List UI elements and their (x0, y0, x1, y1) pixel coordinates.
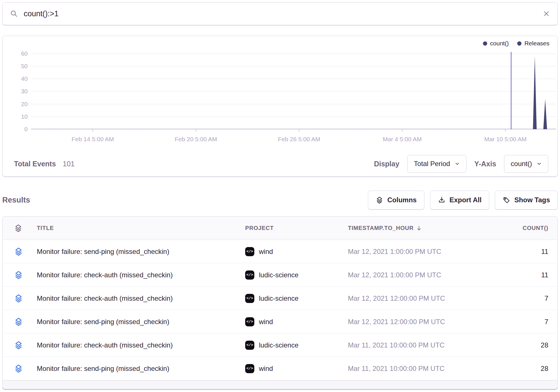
y-axis-tick-label: 0 (24, 126, 28, 132)
events-over-time-chart[interactable]: 0102030405060Feb 14 5:00 AMFeb 20 5:00 A… (12, 40, 557, 144)
project-cell[interactable]: </> wind (245, 247, 348, 256)
search-input[interactable] (23, 5, 537, 22)
event-title[interactable]: Monitor failure: send-ping (missed_check… (37, 248, 245, 256)
tag-icon (503, 196, 510, 204)
y-axis-tick-label: 40 (21, 75, 28, 82)
timestamp-cell[interactable]: Mar 12, 2021 1:00:00 PM UTC (348, 271, 519, 279)
timestamp-cell[interactable]: Mar 12, 2021 12:00:00 PM UTC (348, 318, 519, 326)
timestamp-cell[interactable]: Mar 12, 2021 1:00:00 PM UTC (348, 248, 519, 256)
stack-icon[interactable] (14, 224, 23, 233)
platform-icon: </> (245, 270, 254, 280)
count-cell[interactable]: 11 (519, 271, 548, 279)
y-axis-dropdown[interactable]: count() (504, 155, 548, 173)
project-name: wind (259, 365, 273, 373)
table-row[interactable]: Monitor failure: check-auth (missed_chec… (3, 263, 557, 287)
x-axis-tick-label: Mar 4 5:00 AM (383, 136, 422, 142)
project-name: wind (259, 318, 273, 326)
y-axis-tick-label: 30 (21, 88, 28, 94)
display-dropdown[interactable]: Total Period (407, 155, 466, 173)
search-icon (10, 10, 18, 18)
column-header-timestamp[interactable]: TIMESTAMP.TO_HOUR (348, 225, 519, 231)
results-title: Results (2, 196, 30, 205)
export-all-button[interactable]: Export All (430, 191, 489, 209)
column-header-title[interactable]: TITLE (37, 225, 245, 231)
event-title[interactable]: Monitor failure: send-ping (missed_check… (37, 318, 245, 326)
project-name: ludic-science (259, 271, 299, 279)
event-title[interactable]: Monitor failure: check-auth (missed_chec… (37, 294, 245, 302)
platform-icon: </> (245, 317, 254, 326)
timestamp-cell[interactable]: Mar 11, 2021 10:00:00 PM UTC (348, 341, 519, 349)
columns-button-label: Columns (387, 196, 417, 204)
project-cell[interactable]: </> ludic-science (245, 270, 348, 280)
count-cell[interactable]: 11 (519, 248, 548, 256)
x-axis-tick-label: Feb 20 5:00 AM (175, 136, 217, 142)
chevron-down-icon (537, 161, 542, 166)
timestamp-cell[interactable]: Mar 11, 2021 10:00:00 PM UTC (348, 365, 519, 373)
search-bar (2, 2, 558, 25)
table-row[interactable]: Monitor failure: send-ping (missed_check… (3, 357, 557, 380)
column-header-count[interactable]: COUNT() (519, 225, 548, 231)
show-tags-button-label: Show Tags (514, 196, 550, 204)
event-stack-icon (14, 317, 23, 326)
project-name: ludic-science (259, 294, 299, 302)
y-axis-dropdown-value: count() (511, 160, 532, 168)
results-table: TITLE PROJECT TIMESTAMP.TO_HOUR COUNT() … (2, 216, 558, 389)
platform-icon: </> (245, 294, 254, 303)
display-dropdown-value: Total Period (414, 160, 450, 168)
chevron-down-icon (455, 161, 460, 166)
event-stack-icon (14, 364, 23, 373)
event-title[interactable]: Monitor failure: check-auth (missed_chec… (37, 271, 245, 279)
project-cell[interactable]: </> ludic-science (245, 294, 348, 303)
column-header-project[interactable]: PROJECT (245, 225, 348, 231)
table-row[interactable]: Monitor failure: check-auth (missed_chec… (3, 334, 557, 357)
sort-desc-arrow-icon (416, 225, 422, 231)
table-row[interactable]: Monitor failure: check-auth (missed_chec… (3, 287, 557, 310)
count-cell[interactable]: 28 (519, 341, 548, 349)
columns-button[interactable]: Columns (368, 191, 424, 209)
event-stack-icon (14, 341, 23, 350)
table-footer (3, 380, 557, 389)
count-cell[interactable]: 28 (519, 365, 548, 373)
platform-icon: </> (245, 364, 254, 373)
y-axis-label: Y-Axis (474, 160, 496, 168)
display-label: Display (374, 160, 399, 168)
download-icon (438, 196, 446, 204)
project-name: ludic-science (259, 341, 299, 349)
event-stack-icon (14, 270, 23, 280)
total-events-value: 101 (63, 160, 75, 168)
y-axis-tick-label: 10 (21, 113, 28, 120)
count-cell[interactable]: 7 (519, 294, 548, 302)
chart-footer: Total Events 101 Display Total Period Y-… (12, 155, 548, 173)
clear-search-icon[interactable] (543, 10, 550, 17)
total-events-label: Total Events (14, 160, 56, 168)
project-cell[interactable]: </> ludic-science (245, 341, 348, 350)
project-cell[interactable]: </> wind (245, 317, 348, 326)
table-header-row: TITLE PROJECT TIMESTAMP.TO_HOUR COUNT() (3, 217, 557, 240)
y-axis-tick-label: 20 (21, 101, 28, 107)
project-cell[interactable]: </> wind (245, 364, 348, 373)
x-axis-tick-label: Mar 10 5:00 AM (484, 136, 527, 142)
count-spike (533, 56, 537, 129)
x-axis-tick-label: Feb 26 5:00 AM (278, 136, 320, 142)
table-row[interactable]: Monitor failure: send-ping (missed_check… (3, 310, 557, 334)
project-name: wind (259, 248, 273, 256)
y-axis-tick-label: 60 (21, 50, 28, 57)
y-axis-tick-label: 50 (21, 63, 28, 69)
platform-icon: </> (245, 341, 254, 350)
count-cell[interactable]: 7 (519, 318, 548, 326)
platform-icon: </> (245, 247, 254, 256)
results-actions: Columns Export All Show Tags (368, 191, 558, 209)
events-chart-panel: count() Releases 0102030405060Feb 14 5:0… (2, 36, 558, 177)
event-stack-icon (14, 294, 23, 303)
x-axis-tick-label: Feb 14 5:00 AM (72, 136, 114, 142)
timestamp-cell[interactable]: Mar 12, 2021 12:00:00 PM UTC (348, 294, 519, 302)
table-row[interactable]: Monitor failure: send-ping (missed_check… (3, 240, 557, 263)
event-title[interactable]: Monitor failure: send-ping (missed_check… (37, 365, 245, 373)
event-stack-icon (14, 247, 23, 256)
export-all-button-label: Export All (450, 196, 482, 204)
count-spike (543, 99, 547, 129)
stack-icon (376, 196, 383, 204)
event-title[interactable]: Monitor failure: check-auth (missed_chec… (37, 341, 245, 349)
show-tags-button[interactable]: Show Tags (495, 191, 558, 209)
